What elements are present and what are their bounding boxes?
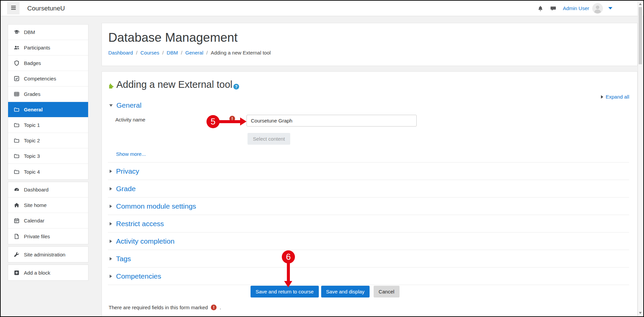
breadcrumb-item[interactable]: Dashboard [108, 50, 133, 56]
file-icon [14, 234, 20, 239]
sidebar-item[interactable]: Site administration [8, 247, 88, 262]
sidebar-item-label: Topic 1 [24, 122, 40, 128]
sidebar-item[interactable]: Dashboard [8, 182, 88, 198]
form-section-title: Restrict access [116, 220, 164, 228]
help-icon[interactable]: ? [233, 84, 239, 90]
sidebar-item[interactable]: Participants [8, 40, 88, 56]
menu-toggle-button[interactable] [7, 2, 20, 14]
form-section-title: Common module settings [116, 202, 196, 210]
sidebar-item[interactable]: DBM [8, 25, 88, 40]
annotation-arrow-6 [287, 262, 290, 282]
form-sections: Privacy Grade Common module settings [108, 162, 629, 285]
sidebar-item[interactable]: Calendar [8, 213, 88, 228]
check-square-icon [14, 76, 20, 81]
sidebar-item-label: Dashboard [24, 187, 48, 192]
user-menu-name[interactable]: Admin User [563, 5, 589, 11]
sidebar-item[interactable]: Topic 4 [8, 164, 88, 179]
form-section-title: Competencies [116, 272, 161, 280]
site-brand[interactable]: CoursetuneU [27, 5, 65, 12]
expand-caret-icon [110, 222, 112, 225]
form-section-title: Privacy [116, 167, 139, 175]
sidebar-item-label: Topic 4 [24, 169, 40, 175]
folder-icon [14, 153, 20, 159]
select-content-button[interactable]: Select content [248, 133, 290, 145]
sidebar-item-label: Private files [24, 234, 50, 239]
form-section-row[interactable]: Common module settings [108, 198, 629, 215]
breadcrumb-separator: / [162, 50, 163, 56]
annotation-arrow-6-head-icon [284, 281, 292, 287]
expand-caret-icon [110, 275, 112, 278]
expand-caret-icon [110, 257, 112, 260]
sidebar-item[interactable]: Topic 3 [8, 148, 88, 164]
sidebar-item[interactable]: Private files [8, 228, 88, 244]
messages-chat-icon[interactable] [550, 5, 556, 11]
folder-icon [14, 138, 20, 143]
save-and-return-button[interactable]: Save and return to course [251, 286, 319, 297]
form-title-text: Adding a new External tool [116, 79, 232, 90]
expand-caret-icon [110, 240, 112, 243]
sidebar-item[interactable]: Competencies [8, 71, 88, 86]
activity-name-label: Activity name [115, 117, 145, 122]
sidebar-item[interactable]: Grades [8, 86, 88, 102]
vertical-scrollbar[interactable] [638, 1, 643, 316]
expand-all-link[interactable]: Expand all [601, 94, 629, 100]
sidebar-item[interactable]: General [8, 102, 88, 117]
sidebar-item[interactable]: Topic 1 [8, 117, 88, 133]
breadcrumb-separator: / [136, 50, 137, 56]
scroll-down-arrow-icon[interactable] [639, 312, 642, 314]
sidebar-item-label: DBM [24, 29, 35, 35]
main-content: Database Management Dashboard / Courses … [96, 16, 638, 316]
wrench-icon [14, 252, 20, 257]
activity-name-input[interactable] [247, 115, 417, 127]
scroll-up-arrow-icon[interactable] [638, 1, 643, 7]
expand-caret-icon [110, 187, 112, 190]
sidebar-item[interactable]: Badges [8, 56, 88, 71]
breadcrumb-separator: / [181, 50, 182, 56]
breadcrumb-item[interactable]: General [185, 50, 203, 56]
annotation-step-6-badge: 6 [282, 250, 295, 263]
tachometer-icon [14, 187, 20, 192]
section-general-header[interactable]: General [109, 101, 142, 109]
show-more-link[interactable]: Show more... [116, 151, 146, 157]
form-section-row[interactable]: Activity completion [108, 233, 629, 250]
sidebar-item[interactable]: Site home [8, 198, 88, 213]
breadcrumb-item: Adding a new External tool [211, 50, 271, 56]
topbar-right: Admin User [531, 3, 612, 14]
cancel-button[interactable]: Cancel [374, 286, 400, 297]
sidebar-item-label: General [24, 107, 43, 112]
notifications-bell-icon[interactable] [537, 5, 543, 11]
scrollbar-thumb[interactable] [639, 7, 642, 64]
sidebar-site-group: Dashboard Site home Calendar Private fil… [8, 182, 88, 244]
sidebar-addblock-group: Add a block [8, 265, 88, 281]
breadcrumb-item[interactable]: Courses [141, 50, 159, 56]
sidebar-item[interactable]: Topic 2 [8, 133, 88, 148]
sidebar-item[interactable]: Add a block [8, 265, 88, 280]
save-and-display-button[interactable]: Save and display [321, 286, 370, 297]
expand-caret-icon [110, 205, 112, 208]
sidebar-item-label: Add a block [24, 270, 50, 276]
sidebar-item-label: Calendar [24, 218, 44, 223]
expand-all-caret-icon [601, 95, 603, 99]
form-section-row[interactable]: Tags [108, 250, 629, 268]
annotation-arrow-5-head-icon [240, 117, 247, 126]
sidebar-item-label: Competencies [24, 76, 56, 81]
required-fields-note: There are required fields in this form m… [109, 305, 221, 310]
user-menu-caret-icon[interactable] [608, 7, 612, 9]
form-section-row[interactable]: Grade [108, 180, 629, 198]
annotation-arrow-5 [218, 120, 241, 123]
activity-form-card: Adding a new External tool ? Expand all … [102, 71, 638, 317]
required-note-text: There are required fields in this form m… [109, 305, 208, 310]
shield-icon [14, 60, 20, 66]
breadcrumb-item[interactable]: DBM [167, 50, 178, 56]
sidebar-item-label: Topic 3 [24, 153, 40, 159]
form-section-row[interactable]: Privacy [108, 163, 629, 180]
breadcrumb: Dashboard / Courses / DBM / General / Ad… [108, 50, 631, 56]
app-window: CoursetuneU Admin User DBM [0, 0, 644, 317]
table-icon [14, 91, 20, 97]
section-general-title: General [116, 101, 142, 109]
user-avatar[interactable] [592, 3, 603, 14]
form-section-row[interactable]: Restrict access [108, 215, 629, 233]
hamburger-icon [10, 4, 17, 12]
page-title: Database Management [108, 31, 631, 45]
form-section-row[interactable]: Competencies [108, 268, 629, 285]
